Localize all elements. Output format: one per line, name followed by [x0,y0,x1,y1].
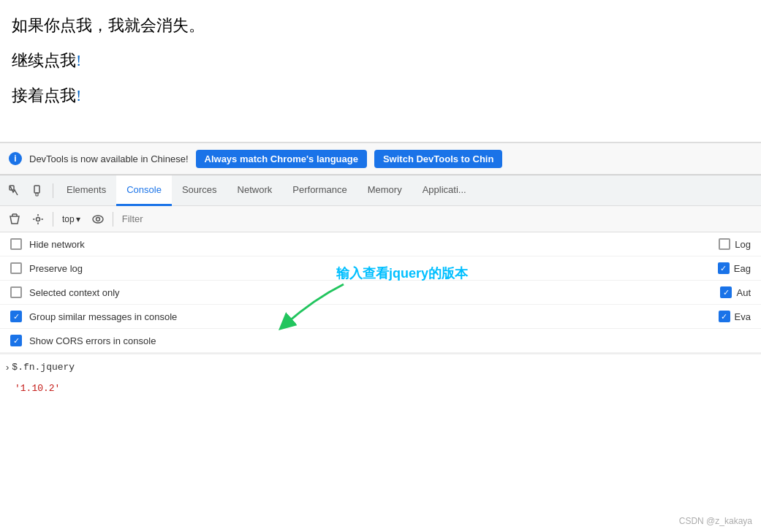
settings-row-hide-network: Hide network [0,232,761,256]
tab-application[interactable]: Applicati... [412,175,477,206]
checkbox-hide-network[interactable] [10,238,22,250]
settings-row-cors-errors-wrapper: Show CORS errors in console [0,329,761,353]
console-prompt-icon: › [6,362,9,373]
checkbox-eag[interactable] [718,262,730,274]
console-input-area: › $.fn.jquery [0,354,761,380]
context-label: top [62,214,75,224]
settings-row-preserve-log: Preserve log [0,256,761,280]
page-text-2: 继续点我! [12,50,749,72]
info-icon: i [9,152,22,165]
link-1[interactable]: ! [76,51,81,69]
inspect-element-icon[interactable] [3,179,26,202]
checkbox-aut[interactable] [720,286,732,298]
toolbar-divider [53,212,53,227]
devtools-notification-bar: i DevTools is now available in Chinese! … [0,142,761,175]
filter-input[interactable] [118,212,757,226]
label-eag: Eag [734,263,751,274]
settings-right-log: Log [708,232,761,256]
tab-memory[interactable]: Memory [357,175,412,206]
settings-right-eva: Eva [708,305,761,328]
checkbox-log[interactable] [719,238,730,250]
console-settings-panel: Hide network Log Preserve log Eag Select… [0,232,761,354]
console-output: '1.10.2' [0,380,761,397]
devtools-tabs: Elements Console Sources Network Perform… [0,175,761,206]
switch-language-button[interactable]: Switch DevTools to Chin [374,150,502,168]
page-content: 如果你点我，我就会消失。 继续点我! 接着点我! [0,0,761,142]
settings-row-group-messages: Group similar messages in console [0,305,761,328]
tab-performance[interactable]: Performance [282,175,357,206]
context-selector[interactable]: top ▾ [58,212,85,227]
settings-right-eag: Eag [708,256,761,280]
clear-console-icon[interactable] [4,209,25,229]
eye-icon[interactable] [88,209,108,229]
settings-row-hide-network-wrapper: Hide network Log [0,232,761,256]
svg-point-7 [37,217,40,221]
settings-row-selected-context-wrapper: Selected context only Aut [0,281,761,305]
checkbox-eva[interactable] [719,311,730,322]
tab-console[interactable]: Console [116,175,172,206]
label-selected-context: Selected context only [29,287,120,298]
dropdown-arrow-icon: ▾ [76,214,80,224]
checkbox-group-messages[interactable] [10,311,22,322]
console-result: '1.10.2' [15,383,60,394]
svg-point-12 [93,216,103,223]
tab-network[interactable]: Network [227,175,283,206]
settings-row-cors-errors: Show CORS errors in console [0,329,761,352]
notification-text: DevTools is now available in Chinese! [29,153,189,164]
checkbox-selected-context[interactable] [10,286,22,298]
console-input-text: $.fn.jquery [12,362,75,373]
toolbar-divider-2 [113,212,113,227]
devtools-panel: Elements Console Sources Network Perform… [0,175,761,532]
page-text-1: 如果你点我，我就会消失。 [12,15,749,37]
svg-marker-3 [10,216,19,224]
label-eva: Eva [735,311,751,322]
label-hide-network: Hide network [29,239,85,250]
settings-row-preserve-log-wrapper: Preserve log Eag [0,256,761,281]
label-log: Log [735,239,751,250]
label-preserve-log: Preserve log [29,263,83,274]
tab-divider-1 [53,183,53,198]
settings-row-group-messages-wrapper: Group similar messages in console 输入查看jq… [0,305,761,329]
console-toolbar: top ▾ [0,206,761,232]
device-toolbar-icon[interactable] [26,179,50,202]
label-group-messages: Group similar messages in console [29,311,177,322]
tab-elements[interactable]: Elements [56,175,116,206]
tab-sources[interactable]: Sources [172,175,227,206]
svg-rect-1 [34,186,39,193]
settings-row-selected-context: Selected context only [0,281,761,304]
watermark: CSDN @z_kakaya [679,516,752,526]
checkbox-cors-errors[interactable] [10,335,22,346]
svg-point-13 [96,217,99,221]
match-language-button[interactable]: Always match Chrome's language [196,150,367,168]
settings-icon[interactable] [28,209,48,229]
page-text-3: 接着点我! [12,85,749,107]
link-2[interactable]: ! [76,86,81,104]
settings-right-aut: Aut [710,281,761,304]
label-aut: Aut [736,287,751,298]
label-cors-errors: Show CORS errors in console [29,335,156,346]
checkbox-preserve-log[interactable] [10,262,22,274]
